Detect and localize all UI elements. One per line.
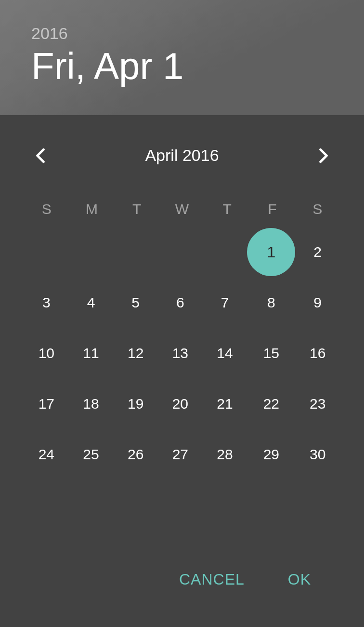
day-cell[interactable]: 30 [295, 440, 340, 469]
day-cell[interactable]: 10 [24, 339, 69, 368]
day-cell[interactable]: 25 [69, 440, 114, 469]
weekday-header: S [24, 201, 69, 217]
cancel-button[interactable]: CANCEL [169, 566, 254, 593]
day-cell[interactable]: 6 [158, 288, 203, 317]
day-number: 30 [303, 440, 332, 469]
weekday-header: W [159, 201, 205, 217]
day-cell[interactable]: 21 [203, 389, 247, 418]
day-number: 6 [166, 288, 195, 317]
day-number: 28 [210, 440, 239, 469]
day-number: 4 [77, 288, 105, 317]
day-cell[interactable]: 15 [247, 339, 295, 368]
day-number: 23 [303, 389, 332, 418]
day-number: 11 [77, 339, 105, 368]
date-picker-dialog: 2016 Fri, Apr 1 April 2016 SMTWTFS 12345… [0, 0, 364, 627]
weekday-headers: SMTWTFS [24, 201, 340, 217]
day-number: 29 [257, 440, 286, 469]
calendar-body: April 2016 SMTWTFS 123456789101112131415… [0, 115, 364, 627]
day-number: 16 [303, 339, 332, 368]
month-navigation: April 2016 [24, 134, 340, 187]
year-selector[interactable]: 2016 [31, 24, 333, 43]
day-number: 20 [166, 389, 195, 418]
day-number: 22 [257, 389, 286, 418]
day-cell[interactable]: 5 [113, 288, 158, 317]
date-picker-header: 2016 Fri, Apr 1 [0, 0, 364, 115]
day-number: 13 [166, 339, 195, 368]
day-cell[interactable]: 14 [203, 339, 247, 368]
day-cell[interactable]: 23 [295, 389, 340, 418]
ok-button[interactable]: OK [278, 566, 321, 593]
day-number: 26 [121, 440, 150, 469]
day-cell[interactable]: 22 [247, 389, 295, 418]
day-cell[interactable]: 9 [295, 288, 340, 317]
day-number: 14 [210, 339, 239, 368]
weekday-header: T [205, 201, 250, 217]
day-number: 27 [166, 440, 195, 469]
day-cell[interactable]: 27 [158, 440, 203, 469]
day-number: 2 [303, 238, 332, 267]
calendar-grid: 1234567891011121314151617181920212223242… [24, 227, 340, 480]
day-number: 19 [121, 389, 150, 418]
day-cell[interactable]: 4 [69, 288, 114, 317]
chevron-left-icon [36, 148, 45, 163]
day-number: 9 [303, 288, 332, 317]
day-number: 3 [32, 288, 61, 317]
day-cell[interactable]: 11 [69, 339, 114, 368]
day-number: 21 [210, 389, 239, 418]
month-year-label: April 2016 [145, 146, 219, 165]
day-cell[interactable]: 24 [24, 440, 69, 469]
selected-date-label[interactable]: Fri, Apr 1 [31, 47, 333, 86]
day-cell[interactable]: 7 [203, 288, 247, 317]
day-cell[interactable]: 13 [158, 339, 203, 368]
day-number: 25 [77, 440, 105, 469]
prev-month-button[interactable] [29, 144, 52, 167]
weekday-header: F [250, 201, 295, 217]
day-number: 8 [257, 288, 286, 317]
dialog-actions: CANCEL OK [24, 551, 340, 613]
weekday-header: S [295, 201, 340, 217]
day-cell[interactable]: 12 [113, 339, 158, 368]
day-cell[interactable]: 1 [247, 228, 295, 276]
day-cell[interactable]: 18 [69, 389, 114, 418]
day-cell[interactable]: 20 [158, 389, 203, 418]
day-number: 17 [32, 389, 61, 418]
day-number: 12 [121, 339, 150, 368]
day-number: 1 [247, 228, 295, 276]
chevron-right-icon [319, 148, 328, 163]
day-cell[interactable]: 8 [247, 288, 295, 317]
day-cell[interactable]: 19 [113, 389, 158, 418]
day-cell[interactable]: 17 [24, 389, 69, 418]
day-cell[interactable]: 28 [203, 440, 247, 469]
weekday-header: M [69, 201, 115, 217]
day-number: 15 [257, 339, 286, 368]
next-month-button[interactable] [312, 144, 335, 167]
day-number: 24 [32, 440, 61, 469]
weekday-header: T [114, 201, 159, 217]
day-cell[interactable]: 2 [295, 238, 340, 267]
day-number: 5 [121, 288, 150, 317]
day-number: 7 [210, 288, 239, 317]
day-number: 18 [77, 389, 105, 418]
day-cell[interactable]: 29 [247, 440, 295, 469]
day-cell[interactable]: 3 [24, 288, 69, 317]
day-cell[interactable]: 26 [113, 440, 158, 469]
day-number: 10 [32, 339, 61, 368]
day-cell[interactable]: 16 [295, 339, 340, 368]
